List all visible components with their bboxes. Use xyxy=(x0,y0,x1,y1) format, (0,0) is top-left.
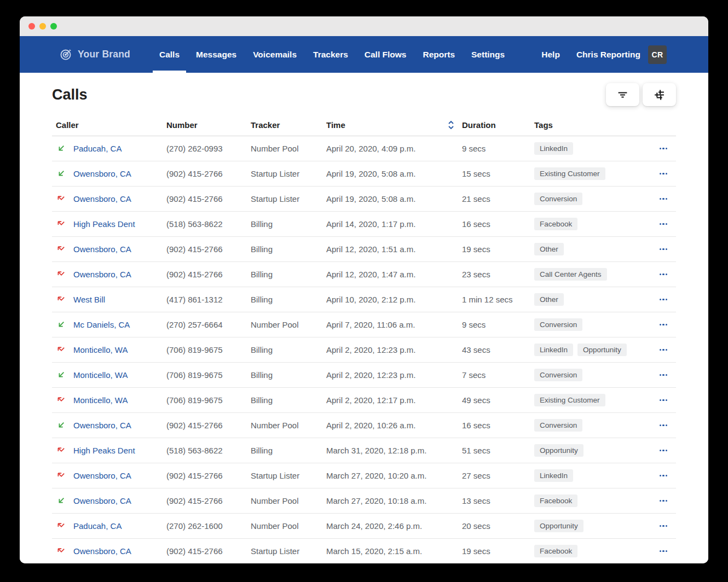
tracker-cell: Number Pool xyxy=(251,496,326,505)
zoom-window-button[interactable] xyxy=(50,23,57,30)
row-actions-button[interactable] xyxy=(658,321,669,329)
user-avatar[interactable]: CR xyxy=(648,45,667,64)
row-actions-button[interactable] xyxy=(658,295,669,304)
tracker-cell: Billing xyxy=(251,245,326,254)
row-actions-button[interactable] xyxy=(658,522,669,531)
time-cell: March 27, 2020, 10:20 a.m. xyxy=(326,471,462,480)
row-actions-button[interactable] xyxy=(658,245,669,254)
nav-tab-settings[interactable]: Settings xyxy=(464,36,512,73)
inbound-call-icon xyxy=(56,421,66,430)
inbound-call-icon xyxy=(56,370,66,380)
inbound-call-icon xyxy=(56,144,66,153)
tracker-cell: Startup Lister xyxy=(251,194,326,203)
caller-link[interactable]: Monticello, WA xyxy=(73,370,128,380)
caller-link[interactable]: Owensboro, CA xyxy=(73,421,131,430)
tag-pill: Conversion xyxy=(534,419,582,432)
number-cell: (902) 415-2766 xyxy=(166,471,251,480)
row-actions-button[interactable] xyxy=(658,547,669,556)
caller-link[interactable]: Owensboro, CA xyxy=(73,546,131,556)
row-actions-button[interactable] xyxy=(658,396,669,405)
calls-table: Caller Number Tracker Time Duration Tags… xyxy=(52,114,676,563)
table-row: Owensboro, CA(902) 415-2766Number PoolMa… xyxy=(52,488,676,514)
duration-cell: 23 secs xyxy=(462,270,534,279)
time-cell: April 2, 2020, 10:26 a.m. xyxy=(326,421,462,430)
caller-link[interactable]: Owensboro, CA xyxy=(73,496,131,505)
tag-pill: Other xyxy=(534,243,564,255)
tag-pill: Conversion xyxy=(534,369,582,381)
row-actions-button[interactable] xyxy=(658,421,669,430)
tags-cell: Conversion xyxy=(534,193,650,205)
help-link[interactable]: Help xyxy=(541,50,560,60)
duration-cell: 9 secs xyxy=(462,144,534,153)
brand-logo[interactable]: Your Brand xyxy=(59,36,130,73)
time-cell: April 2, 2020, 12:17 p.m. xyxy=(326,395,462,405)
missed-call-icon xyxy=(56,395,66,405)
row-actions-button[interactable] xyxy=(658,371,669,380)
row-actions-button[interactable] xyxy=(658,497,669,505)
column-settings-button[interactable] xyxy=(643,83,676,106)
row-actions-button[interactable] xyxy=(658,195,669,203)
row-actions-button[interactable] xyxy=(658,270,669,279)
tag-pill: Facebook xyxy=(534,545,577,557)
row-actions-button[interactable] xyxy=(658,446,669,455)
nav-tab-voicemails[interactable]: Voicemails xyxy=(245,36,304,73)
caller-link[interactable]: Owensboro, CA xyxy=(73,194,131,203)
minimize-window-button[interactable] xyxy=(39,23,46,30)
caller-link[interactable]: High Peaks Dent xyxy=(73,219,135,229)
nav-tab-reports[interactable]: Reports xyxy=(415,36,463,73)
nav-tab-call-flows[interactable]: Call Flows xyxy=(357,36,414,73)
caller-link[interactable]: Paducah, CA xyxy=(73,521,122,531)
row-actions-button[interactable] xyxy=(658,472,669,480)
nav-tab-messages[interactable]: Messages xyxy=(188,36,244,73)
row-actions-button[interactable] xyxy=(658,170,669,178)
time-cell: April 2, 2020, 12:23 p.m. xyxy=(326,345,462,354)
column-header-caller: Caller xyxy=(52,120,166,130)
caller-link[interactable]: Owensboro, CA xyxy=(73,471,131,480)
tag-pill: LinkedIn xyxy=(534,142,573,155)
missed-call-icon xyxy=(56,471,66,480)
time-cell: April 10, 2020, 2:12 p.m. xyxy=(326,295,462,304)
caller-link[interactable]: West Bill xyxy=(73,295,105,304)
tags-cell: Opportunity xyxy=(534,520,650,532)
tracker-cell: Billing xyxy=(251,446,326,455)
caller-link[interactable]: Owensboro, CA xyxy=(73,169,131,178)
caller-link[interactable]: Owensboro, CA xyxy=(73,270,131,279)
filter-button[interactable] xyxy=(606,83,639,106)
user-menu-link[interactable]: Chris Reporting xyxy=(576,50,640,60)
caller-link[interactable]: Monticello, WA xyxy=(73,345,128,354)
caller-link[interactable]: Mc Daniels, CA xyxy=(73,320,130,329)
nav-tab-calls[interactable]: Calls xyxy=(152,36,187,73)
tags-cell: LinkedIn xyxy=(534,469,650,482)
column-header-duration: Duration xyxy=(462,120,534,130)
caller-link[interactable]: High Peaks Dent xyxy=(73,446,135,455)
tags-cell: Existing Customer xyxy=(534,394,650,406)
tracker-cell: Billing xyxy=(251,345,326,354)
number-cell: (902) 415-2766 xyxy=(166,169,251,178)
tag-pill: Facebook xyxy=(534,494,577,507)
nav-tab-trackers[interactable]: Trackers xyxy=(305,36,356,73)
row-actions-button[interactable] xyxy=(658,346,669,354)
tag-pill: LinkedIn xyxy=(534,469,573,482)
tracker-cell: Number Pool xyxy=(251,144,326,153)
caller-link[interactable]: Paducah, CA xyxy=(73,144,122,153)
missed-call-icon xyxy=(56,219,66,229)
sort-arrows-icon[interactable] xyxy=(448,120,454,130)
duration-cell: 7 secs xyxy=(462,370,534,380)
tags-cell: Conversion xyxy=(534,419,650,432)
row-actions-button[interactable] xyxy=(658,220,669,229)
tags-cell: Conversion xyxy=(534,369,650,381)
caller-link[interactable]: Owensboro, CA xyxy=(73,245,131,254)
caller-link[interactable]: Monticello, WA xyxy=(73,395,128,405)
row-actions-button[interactable] xyxy=(658,144,669,153)
close-window-button[interactable] xyxy=(28,23,35,30)
table-row: Paducah, CA(270) 262-0993Number PoolApri… xyxy=(52,136,676,161)
tracker-cell: Number Pool xyxy=(251,320,326,329)
missed-call-icon xyxy=(56,270,66,279)
missed-call-icon xyxy=(56,295,66,304)
tag-pill: Call Center Agents xyxy=(534,268,607,281)
missed-call-icon xyxy=(56,245,66,254)
bullseye-icon xyxy=(59,48,73,61)
column-header-time[interactable]: Time xyxy=(326,120,462,130)
tracker-cell: Number Pool xyxy=(251,521,326,531)
duration-cell: 49 secs xyxy=(462,395,534,405)
